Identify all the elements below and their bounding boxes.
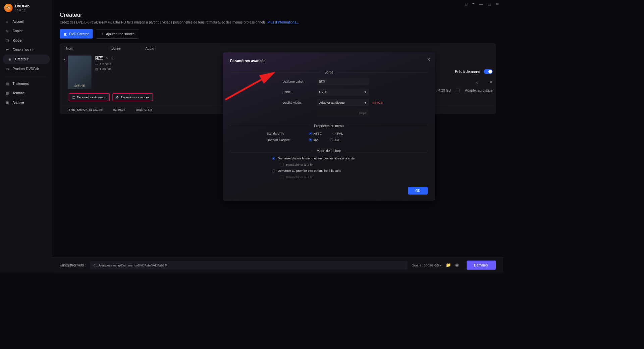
sidebar-item-home[interactable]: ⌂Accueil xyxy=(0,17,52,26)
menu-icon: ◫ xyxy=(72,95,75,99)
ok-button[interactable]: OK xyxy=(408,187,427,195)
minimize-icon[interactable]: — xyxy=(479,2,483,6)
sidebar-item-processing[interactable]: ▤Traitement xyxy=(0,79,52,88)
advanced-settings-button[interactable]: ⚙Paramètres avancés xyxy=(112,93,153,101)
queue-icon[interactable]: ⊟ xyxy=(465,2,468,6)
close-icon[interactable]: ✕ xyxy=(496,2,499,6)
annotation-arrow xyxy=(225,71,278,103)
app-logo: 🐵 DVDFab 13.0.0.2 xyxy=(0,4,52,17)
sidebar-item-converter[interactable]: ⇄Convertisseur xyxy=(0,45,52,54)
copy-icon: ⎘ xyxy=(5,29,9,33)
chevron-down-icon[interactable]: ⌄ xyxy=(475,80,479,85)
expand-toggle[interactable]: ▾ xyxy=(63,57,65,61)
remove-item-icon[interactable]: ✕ xyxy=(489,80,493,85)
rewind-1-checkbox[interactable] xyxy=(280,163,283,166)
start-button[interactable]: Démarrer xyxy=(467,261,496,270)
chevron-down-icon[interactable]: ▾ xyxy=(440,263,442,267)
add-source-button[interactable]: ＋Ajouter une source xyxy=(96,29,139,39)
page-title: Créateur xyxy=(60,11,496,18)
section-output-label: Sortie xyxy=(320,70,338,74)
sidebar: 🐵 DVDFab 13.0.0.2 ⌂Accueil ⎘Copier ◫Ripp… xyxy=(0,0,52,272)
free-space-value: 100.91 GB xyxy=(424,263,439,267)
edit-icon[interactable]: ✎ xyxy=(106,56,109,60)
info-icon[interactable]: ⓘ xyxy=(111,56,114,60)
button-label: Paramètres de menu xyxy=(77,95,106,99)
divider xyxy=(5,76,48,77)
modal-close-icon[interactable]: ✕ xyxy=(427,57,430,62)
more-info-link[interactable]: Plus d'informations... xyxy=(267,20,299,24)
plus-icon: ＋ xyxy=(101,32,104,36)
aspect-label: Rapport d'aspect xyxy=(267,138,309,142)
chevron-down-icon: ▾ xyxy=(365,90,366,94)
video-icon: ▭ xyxy=(95,62,98,66)
sidebar-item-archived[interactable]: ▣Archivé xyxy=(0,98,52,107)
movie-poster[interactable] xyxy=(68,56,91,89)
ready-toggle[interactable] xyxy=(484,69,493,74)
section-menu-label: Propriétés du menu xyxy=(310,124,348,128)
aspect-169-radio[interactable] xyxy=(309,138,312,141)
fit-disc-checkbox[interactable] xyxy=(456,89,460,92)
dvd-creator-button[interactable]: ◧DVD Creator xyxy=(60,29,93,39)
fit-disc-label: Adapter au disque xyxy=(465,88,492,92)
volume-label-label: Vo2lume Label: xyxy=(282,80,317,83)
sidebar-item-ripper[interactable]: ◫Ripper xyxy=(0,36,52,45)
section-play-label: Mode de lecture xyxy=(312,149,345,153)
ripper-icon: ◫ xyxy=(5,38,9,42)
logo-icon: 🐵 xyxy=(4,4,12,12)
button-label: Paramètres avancés xyxy=(120,95,149,99)
output-label: Sortie : xyxy=(282,90,317,94)
free-space-label: Gratuit : xyxy=(412,263,423,267)
sidebar-item-label: Convertisseur xyxy=(12,48,34,52)
processing-icon: ▤ xyxy=(5,82,9,86)
sidebar-item-copy[interactable]: ⎘Copier xyxy=(0,26,52,36)
menu-icon[interactable]: ≡ xyxy=(472,2,474,6)
movie-title: 陋室 xyxy=(95,56,103,61)
tv-standard-label: Standard TV xyxy=(267,132,309,135)
save-to-label: Enregistrer vers : xyxy=(60,263,86,267)
sidebar-item-products[interactable]: ▭Produits DVDFab xyxy=(0,64,52,73)
sidebar-item-creator[interactable]: ◉Créateur xyxy=(3,54,50,64)
play-mode-2-radio[interactable] xyxy=(272,169,275,172)
modal-title: Paramètres avancés xyxy=(230,59,428,63)
play-mode-1-radio[interactable] xyxy=(272,157,275,160)
col-audio: Audio xyxy=(142,46,168,50)
rewind-2-checkbox[interactable] xyxy=(280,176,283,179)
sidebar-item-label: Copier xyxy=(12,29,22,33)
sidebar-item-label: Produits DVDFab xyxy=(12,67,39,71)
sidebar-item-label: Accueil xyxy=(12,19,23,23)
file-audio: Und AC-3/5 xyxy=(136,108,152,111)
iso-icon[interactable]: ◉ xyxy=(455,263,459,268)
chevron-down-icon: ▾ xyxy=(365,101,366,104)
sidebar-item-label: Terminé xyxy=(12,91,24,95)
creator-icon: ◉ xyxy=(8,57,12,61)
col-name: Nom xyxy=(66,46,108,50)
folder-icon[interactable]: 📁 xyxy=(446,263,451,268)
save-path-input[interactable]: C:\Users\kun.wang\Documents\DVDFab\DVDFa… xyxy=(90,261,408,269)
quality-select[interactable]: Adapter au disque▾ xyxy=(317,99,369,106)
sidebar-item-label: Archivé xyxy=(12,101,24,105)
sidebar-item-finished[interactable]: ▦Terminé xyxy=(0,88,52,98)
svg-line-1 xyxy=(225,73,273,100)
aspect-43-radio[interactable] xyxy=(330,138,333,141)
sidebar-item-label: Ripper xyxy=(12,38,22,42)
titlebar: ⊟ ≡ — ▢ ✕ xyxy=(52,0,503,8)
col-duration: Durée xyxy=(108,46,142,50)
volume-label-input[interactable] xyxy=(317,78,369,85)
menu-settings-button[interactable]: ◫Paramètres de menu xyxy=(69,93,110,101)
creator-mode-icon: ◧ xyxy=(64,32,67,36)
file-duration: 01:49:04 xyxy=(113,108,125,111)
sidebar-item-label: Traitement xyxy=(12,82,29,86)
home-icon: ⌂ xyxy=(5,19,9,23)
maximize-icon[interactable]: ▢ xyxy=(488,2,491,6)
quality-size: 4.57GB xyxy=(372,101,383,104)
file-name: THE_SHACK.Title21.avi xyxy=(69,108,103,111)
ready-label: Prêt à démarrer xyxy=(455,69,481,73)
page-description: Créez des DVD/Blu-ray/Blu-ray 4K Ultra H… xyxy=(60,20,496,24)
sidebar-item-label: Créateur xyxy=(15,57,29,61)
gear-icon: ⚙ xyxy=(116,95,119,99)
pal-radio[interactable] xyxy=(332,132,335,135)
size-icon: ▤ xyxy=(95,67,98,71)
ntsc-radio[interactable] xyxy=(309,132,312,135)
file-size: 1.38 GB xyxy=(100,67,111,71)
output-select[interactable]: DVD5▾ xyxy=(317,88,369,96)
